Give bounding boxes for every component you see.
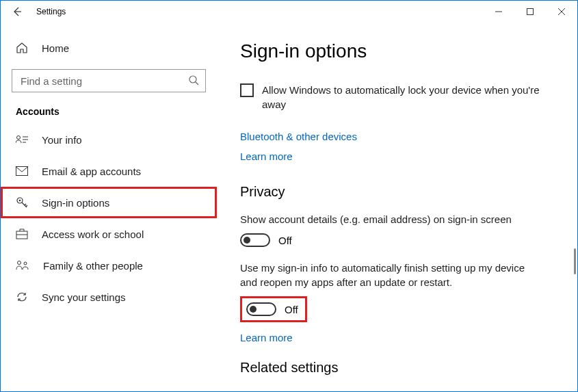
sidebar: Home Accounts Your info Email & app acco… (1, 23, 217, 391)
svg-point-5 (19, 200, 21, 202)
home-icon (16, 42, 28, 54)
privacy-setting2-desc: Use my sign-in info to automatically fin… (240, 261, 541, 289)
briefcase-icon (16, 228, 28, 239)
toggle-state: Off (278, 235, 292, 246)
sidebar-item-home[interactable]: Home (1, 34, 217, 62)
people-icon (16, 260, 29, 271)
sidebar-item-sync[interactable]: Sync your settings (1, 281, 217, 313)
page-title: Sign-in options (240, 40, 558, 62)
maximize-button[interactable] (514, 1, 546, 23)
sync-icon (16, 291, 28, 303)
sidebar-item-sign-in-options[interactable]: Sign-in options (1, 187, 217, 218)
privacy-toggle2-highlight: Off (240, 296, 307, 322)
svg-point-8 (24, 262, 27, 265)
sidebar-item-family[interactable]: Family & other people (1, 250, 217, 281)
sidebar-item-label: Email & app accounts (42, 166, 141, 177)
person-card-icon (16, 134, 28, 145)
content-pane: Sign-in options Allow Windows to automat… (217, 23, 577, 391)
sidebar-item-label: Sign-in options (42, 197, 109, 209)
svg-rect-0 (527, 9, 534, 15)
autolock-checkbox-row[interactable]: Allow Windows to automatically lock your… (240, 83, 558, 112)
sidebar-item-label: Family & other people (43, 260, 143, 272)
back-button[interactable] (1, 1, 34, 23)
privacy-toggle1-row[interactable]: Off (240, 233, 558, 247)
svg-point-1 (189, 76, 196, 83)
home-label: Home (42, 42, 69, 54)
sidebar-item-label: Your info (42, 134, 82, 146)
toggle-switch[interactable] (240, 233, 270, 247)
svg-point-2 (17, 136, 21, 140)
scrollbar-thumb[interactable] (574, 248, 576, 274)
sidebar-item-label: Sync your settings (42, 291, 126, 303)
link-learn-more-2[interactable]: Learn more (240, 332, 558, 343)
toggle-switch[interactable] (246, 302, 276, 316)
search-input[interactable] (12, 69, 206, 92)
sidebar-item-email[interactable]: Email & app accounts (1, 155, 217, 187)
sidebar-item-work-school[interactable]: Access work or school (1, 218, 217, 250)
mail-icon (16, 166, 28, 176)
sidebar-item-your-info[interactable]: Your info (1, 124, 217, 155)
privacy-heading: Privacy (240, 184, 558, 200)
checkbox-box[interactable] (240, 83, 254, 97)
autolock-label: Allow Windows to automatically lock your… (262, 83, 558, 112)
related-heading: Related settings (240, 360, 558, 376)
sidebar-section-title: Accounts (1, 92, 217, 124)
window-title: Settings (36, 7, 66, 16)
key-icon (16, 196, 28, 209)
svg-point-7 (18, 261, 21, 265)
sidebar-item-label: Access work or school (42, 228, 144, 240)
link-learn-more[interactable]: Learn more (240, 151, 558, 162)
svg-rect-3 (16, 167, 28, 176)
search-icon (188, 75, 199, 86)
privacy-setting1-desc: Show account details (e.g. email address… (240, 212, 541, 226)
close-button[interactable] (546, 1, 577, 23)
toggle-state: Off (285, 304, 298, 315)
link-bluetooth[interactable]: Bluetooth & other devices (240, 131, 558, 142)
minimize-button[interactable] (483, 1, 514, 23)
